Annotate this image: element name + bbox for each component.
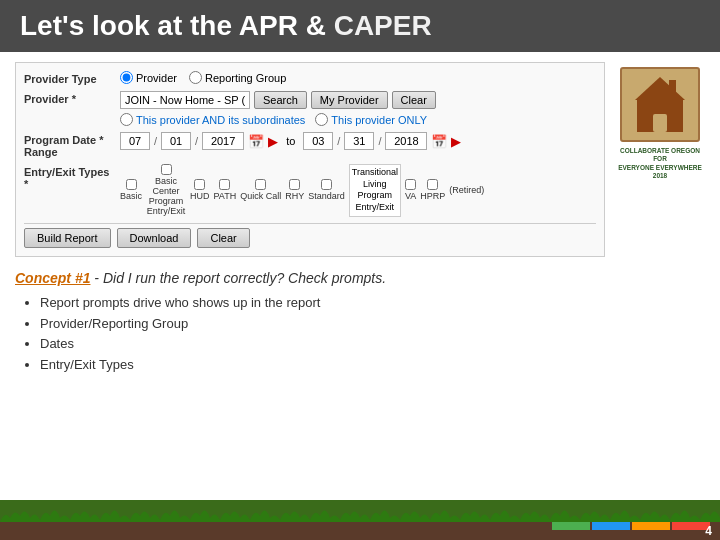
slash-2: / [195, 135, 198, 147]
hprp-label: HPRP [420, 191, 445, 201]
entry-exit-controls: Basic Basic Center Program Entry/Exit HU… [120, 164, 596, 217]
provider-row: Provider * Search My Provider Clear [24, 91, 596, 126]
to-year-input[interactable] [385, 132, 427, 150]
bullet-1: Report prompts drive who shows up in the… [40, 293, 605, 314]
provider-label: Provider * [24, 91, 114, 105]
standard-label: Standard [308, 191, 345, 201]
from-day-input[interactable] [161, 132, 191, 150]
provider-only-link[interactable]: This provider ONLY [315, 113, 427, 126]
page-number: 4 [705, 524, 712, 538]
hprp-checkbox[interactable] [427, 179, 438, 190]
stripe-red [672, 522, 710, 530]
bullet-3: Dates [40, 334, 605, 355]
basic-type: Basic [120, 179, 142, 201]
calendar-icon-4[interactable]: ▶ [451, 134, 461, 149]
left-content: Provider Type Provider Reporting Group [15, 62, 605, 484]
reporting-group-radio[interactable] [189, 71, 202, 84]
hud-label: HUD [190, 191, 210, 201]
entry-exit-row: Entry/Exit Types * Basic Basic Center Pr… [24, 164, 596, 217]
provider-link-2-label: This provider ONLY [331, 114, 427, 126]
reporting-group-radio-item[interactable]: Reporting Group [189, 71, 286, 84]
logo-line-3: EVERYONE EVERYWHERE [618, 164, 702, 172]
provider-links: This provider AND its subordinates This … [120, 113, 596, 126]
download-button[interactable]: Download [117, 228, 192, 248]
basic-label: Basic [120, 191, 142, 201]
hprp-type: HPRP [420, 179, 445, 201]
va-type: VA [405, 179, 416, 201]
provider-scope-radio-1[interactable] [120, 113, 133, 126]
rhy-checkbox[interactable] [289, 179, 300, 190]
logo-line-4: 2018 [618, 172, 702, 180]
provider-input-row: Search My Provider Clear [120, 91, 596, 109]
provider-type-radio-group: Provider Reporting Group [120, 71, 596, 84]
hud-type: HUD [190, 179, 210, 201]
transitional-program: Program [352, 190, 398, 202]
my-provider-button[interactable]: My Provider [311, 91, 388, 109]
provider-link-1-label: This provider AND its subordinates [136, 114, 305, 126]
slash-3: / [337, 135, 340, 147]
concept-title: Concept #1 [15, 270, 90, 286]
provider-controls: Search My Provider Clear This provider A… [120, 91, 596, 126]
to-day-input[interactable] [344, 132, 374, 150]
stripe-green [552, 522, 590, 530]
color-stripes [552, 522, 710, 530]
date-to-label: to [286, 135, 295, 147]
slide: Let's look at the APR & CAPER Provider T… [0, 0, 720, 500]
provider-radio-item[interactable]: Provider [120, 71, 177, 84]
house-svg [625, 72, 695, 137]
clear-button[interactable]: Clear [392, 91, 436, 109]
concept-heading-line: Concept #1 - Did I run the report correc… [15, 269, 605, 287]
door [653, 114, 667, 132]
standard-checkbox[interactable] [321, 179, 332, 190]
transitional-living: Living [352, 179, 398, 191]
basic-center-checkbox[interactable] [161, 164, 172, 175]
date-row: / / 📅 ▶ to / / 📅 [120, 132, 596, 150]
bottom-grass-area: 4 [0, 500, 720, 540]
content-area: Provider Type Provider Reporting Group [0, 52, 720, 494]
provider-type-label: Provider Type [24, 71, 114, 85]
transitional-box: Transitional Living Program Entry/Exit [349, 164, 401, 217]
roof [635, 77, 685, 100]
form-separator [24, 223, 596, 224]
clear-main-button[interactable]: Clear [197, 228, 249, 248]
basic-center-label: Basic Center Program Entry/Exit [146, 176, 186, 216]
logo-line-2: FOR [618, 155, 702, 163]
entry-exit-label: Entry/Exit Types * [24, 164, 114, 190]
to-month-input[interactable] [303, 132, 333, 150]
calendar-icon-3[interactable]: 📅 [431, 134, 447, 149]
stripe-blue [592, 522, 630, 530]
quick-call-checkbox[interactable] [255, 179, 266, 190]
provider-and-subordinates-link[interactable]: This provider AND its subordinates [120, 113, 305, 126]
concept-section: Concept #1 - Did I run the report correc… [15, 269, 605, 376]
provider-type-row: Provider Type Provider Reporting Group [24, 71, 596, 85]
provider-input[interactable] [120, 91, 250, 109]
bullet-2: Provider/Reporting Group [40, 314, 605, 335]
provider-radio-label: Provider [136, 72, 177, 84]
program-date-row: Program Date * Range / / 📅 ▶ to [24, 132, 596, 158]
quick-call-label: Quick Call [240, 191, 281, 201]
rhy-label: RHY [285, 191, 304, 201]
from-month-input[interactable] [120, 132, 150, 150]
standard-type: Standard [308, 179, 345, 201]
form-panel: Provider Type Provider Reporting Group [15, 62, 605, 257]
calendar-icon-1[interactable]: 📅 [248, 134, 264, 149]
entry-types-group: Basic Basic Center Program Entry/Exit HU… [120, 164, 596, 217]
calendar-icon-2[interactable]: ▶ [268, 134, 278, 149]
retired-type: (Retired) [449, 185, 484, 195]
search-button[interactable]: Search [254, 91, 307, 109]
grass-svg [0, 500, 720, 540]
chimney [669, 80, 676, 92]
from-year-input[interactable] [202, 132, 244, 150]
build-report-button[interactable]: Build Report [24, 228, 111, 248]
quick-call-type: Quick Call [240, 179, 281, 201]
provider-scope-radio-2[interactable] [315, 113, 328, 126]
basic-checkbox[interactable] [126, 179, 137, 190]
va-checkbox[interactable] [405, 179, 416, 190]
title-bar: Let's look at the APR & CAPER [0, 0, 720, 52]
hud-checkbox[interactable] [194, 179, 205, 190]
path-checkbox[interactable] [219, 179, 230, 190]
provider-radio[interactable] [120, 71, 133, 84]
path-type: PATH [214, 179, 237, 201]
va-label: VA [405, 191, 416, 201]
retired-label: (Retired) [449, 185, 484, 195]
